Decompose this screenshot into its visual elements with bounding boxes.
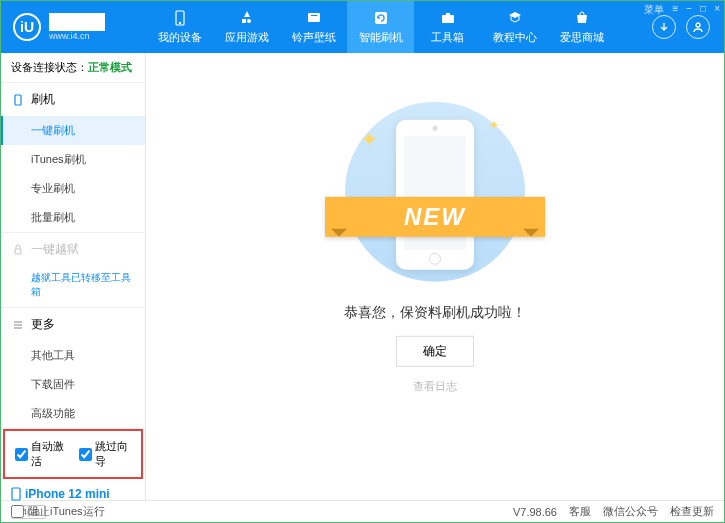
svg-rect-4 — [375, 12, 387, 24]
phone-illustration — [396, 119, 474, 269]
nav-tabs: 我的设备 应用游戏 铃声壁纸 智能刷机 工具箱 教程中心 爱思商城 — [146, 1, 638, 53]
svg-rect-6 — [446, 13, 450, 15]
auto-activate-checkbox[interactable]: 自动激活 — [15, 439, 67, 469]
sidebar-section-flash[interactable]: 刷机 — [1, 83, 145, 116]
tab-my-device[interactable]: 我的设备 — [146, 1, 213, 53]
main-content: ✦ ✦ ✦ NEW 恭喜您，保资料刷机成功啦！ 确定 查看日志 — [146, 53, 724, 500]
svg-point-7 — [696, 23, 700, 27]
phone-icon — [171, 9, 189, 27]
download-icon[interactable] — [652, 15, 676, 39]
tab-flash[interactable]: 智能刷机 — [347, 1, 414, 53]
sidebar-item-oneclick-flash[interactable]: 一键刷机 — [1, 116, 145, 145]
app-name: 爱思助手 — [49, 13, 105, 31]
sidebar-item-itunes-flash[interactable]: iTunes刷机 — [1, 145, 145, 174]
sidebar-item-batch-flash[interactable]: 批量刷机 — [1, 203, 145, 232]
store-icon — [573, 9, 591, 27]
jailbreak-moved-note[interactable]: 越狱工具已转移至工具箱 — [1, 266, 145, 307]
svg-point-1 — [179, 22, 180, 23]
svg-rect-3 — [311, 15, 317, 16]
support-link[interactable]: 客服 — [569, 504, 591, 519]
svg-rect-8 — [15, 95, 21, 105]
window-controls: 菜单 ≡ − □ × — [644, 3, 720, 17]
wechat-link[interactable]: 微信公众号 — [603, 504, 658, 519]
svg-rect-5 — [442, 15, 454, 23]
tab-apps[interactable]: 应用游戏 — [213, 1, 280, 53]
svg-rect-13 — [12, 488, 20, 500]
menu-icon[interactable]: 菜单 — [644, 3, 664, 17]
block-itunes-checkbox[interactable]: 阻止iTunes运行 — [11, 504, 105, 519]
success-message: 恭喜您，保资料刷机成功啦！ — [344, 303, 526, 321]
sidebar-section-more[interactable]: 更多 — [1, 308, 145, 341]
minimize-icon[interactable]: − — [686, 3, 692, 17]
sidebar: 设备连接状态：正常模式 刷机 一键刷机 iTunes刷机 专业刷机 批量刷机 一… — [1, 53, 146, 500]
tab-store[interactable]: 爱思商城 — [548, 1, 615, 53]
skip-guide-checkbox[interactable]: 跳过向导 — [79, 439, 131, 469]
header-actions — [638, 15, 724, 39]
sidebar-item-download-firmware[interactable]: 下载固件 — [1, 370, 145, 399]
tab-tutorials[interactable]: 教程中心 — [481, 1, 548, 53]
titlebar: iU 爱思助手 www.i4.cn 我的设备 应用游戏 铃声壁纸 智能刷机 工具… — [1, 1, 724, 53]
logo-icon: iU — [13, 13, 41, 41]
new-ribbon: NEW — [325, 196, 545, 236]
user-icon[interactable] — [686, 15, 710, 39]
ringtone-icon — [305, 9, 323, 27]
tutorial-icon — [506, 9, 524, 27]
svg-rect-2 — [308, 13, 320, 22]
tab-ringtones[interactable]: 铃声壁纸 — [280, 1, 347, 53]
lock-icon — [11, 243, 25, 257]
sidebar-section-jailbreak: 一键越狱 — [1, 233, 145, 266]
tab-toolbox[interactable]: 工具箱 — [414, 1, 481, 53]
app-domain: www.i4.cn — [49, 31, 105, 41]
hero-illustration: ✦ ✦ ✦ NEW — [345, 101, 525, 281]
view-log-link[interactable]: 查看日志 — [344, 378, 526, 393]
logo[interactable]: iU 爱思助手 www.i4.cn — [1, 13, 146, 41]
check-update-link[interactable]: 检查更新 — [670, 504, 714, 519]
ok-button[interactable]: 确定 — [396, 335, 474, 366]
version-label: V7.98.66 — [513, 506, 557, 518]
apps-icon — [238, 9, 256, 27]
sidebar-item-other-tools[interactable]: 其他工具 — [1, 341, 145, 370]
sidebar-item-advanced[interactable]: 高级功能 — [1, 399, 145, 428]
device-icon — [11, 93, 25, 107]
flash-icon — [372, 9, 390, 27]
device-phone-icon — [11, 487, 21, 501]
maximize-icon[interactable]: □ — [700, 3, 706, 17]
close-icon[interactable]: × — [714, 3, 720, 17]
more-icon — [11, 318, 25, 332]
svg-rect-9 — [15, 249, 21, 254]
list-icon[interactable]: ≡ — [672, 3, 678, 17]
toolbox-icon — [439, 9, 457, 27]
sidebar-item-pro-flash[interactable]: 专业刷机 — [1, 174, 145, 203]
options-highlight-box: 自动激活 跳过向导 — [3, 429, 143, 479]
connection-status: 设备连接状态：正常模式 — [1, 53, 145, 83]
